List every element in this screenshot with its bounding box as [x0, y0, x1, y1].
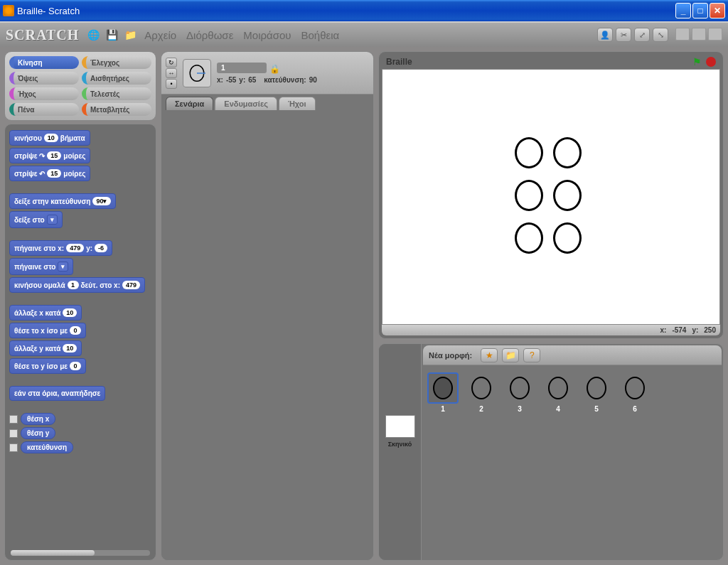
lock-icon[interactable]: 🔒 — [269, 64, 280, 74]
open-icon[interactable]: 📁 — [123, 28, 137, 42]
category-sensing[interactable]: Αισθητήρες — [82, 72, 151, 85]
project-title: Braille — [386, 57, 692, 67]
reporter-direction[interactable]: κατεύθυνση — [9, 441, 151, 453]
surprise-sprite-icon[interactable]: ? — [523, 348, 540, 362]
sprite-info-header: ↻ ↔ • 1 🔒 x:-55 y:65 κατεύθυνση:90 — [161, 52, 373, 95]
sprite-list: 1 2 3 4 5 6 — [422, 367, 723, 560]
block-goto-xy[interactable]: πήγαινε στο x:479y:-6 — [9, 240, 112, 256]
menu-help[interactable]: Βοήθεια — [301, 29, 340, 41]
stage-thumbnail[interactable] — [385, 415, 415, 438]
scripts-area[interactable] — [161, 110, 373, 560]
minimize-button[interactable]: _ — [675, 3, 691, 18]
new-sprite-label: Νέα μορφή: — [429, 351, 472, 360]
category-sound[interactable]: Ήχος — [9, 87, 79, 100]
tab-sounds[interactable]: Ήχοι — [279, 97, 316, 110]
sprite-name-input[interactable]: 1 — [217, 63, 267, 73]
sprite-item-6[interactable]: 6 — [619, 372, 651, 413]
window-title: Braille- Scratch — [17, 6, 675, 16]
block-set-y[interactable]: θέσε το y ίσο με0 — [9, 358, 86, 374]
category-motion[interactable]: Κίνηση — [9, 56, 79, 69]
close-button[interactable]: ✕ — [710, 3, 725, 18]
category-variables[interactable]: Μεταβλητές — [82, 103, 151, 116]
grow-tool-icon[interactable]: ⤢ — [634, 28, 650, 42]
maximize-button[interactable]: □ — [692, 3, 708, 18]
sprite-item-1[interactable]: 1 — [427, 372, 459, 413]
tab-costumes[interactable]: Ενδυμασίες — [215, 97, 277, 110]
paint-new-sprite-icon[interactable]: ★ — [481, 348, 498, 362]
editor-tabs: Σενάρια Ενδυμασίες Ήχοι — [161, 95, 373, 110]
stamp-tool-icon[interactable]: 👤 — [597, 28, 613, 42]
sprite-item-2[interactable]: 2 — [466, 372, 497, 413]
blocks-palette: κινήσου10βήματα στρίψε ↷15μοίρες στρίψε … — [4, 124, 156, 561]
block-point-direction[interactable]: δείξε στην κατεύθυνση90▾ — [9, 193, 116, 209]
reporter-y-position[interactable]: θέση y — [9, 427, 151, 439]
shrink-tool-icon[interactable]: ⤡ — [653, 28, 668, 42]
stop-icon[interactable] — [706, 57, 716, 67]
category-operators[interactable]: Τελεστές — [82, 87, 151, 100]
block-point-towards[interactable]: δείξε στο▾ — [9, 211, 63, 228]
rotation-full-icon[interactable]: ↻ — [166, 58, 177, 68]
block-change-y[interactable]: άλλαξε y κατά10 — [9, 340, 82, 356]
window-titlebar: Braille- Scratch _ □ ✕ — [0, 0, 728, 21]
sprite-item-4[interactable]: 4 — [542, 372, 574, 413]
save-icon[interactable]: 💾 — [105, 28, 119, 42]
rotation-none-icon[interactable]: • — [166, 79, 177, 89]
rotation-flip-icon[interactable]: ↔ — [166, 68, 177, 78]
category-control[interactable]: Έλεγχος — [82, 56, 151, 69]
stage-container: Braille ⚑ x:-574 y:250 — [378, 51, 724, 339]
stage[interactable] — [382, 69, 720, 325]
palette-scrollbar[interactable] — [11, 550, 150, 556]
stage-content — [515, 137, 587, 257]
sprite-item-3[interactable]: 3 — [504, 372, 535, 413]
app-icon — [3, 5, 14, 16]
menu-share[interactable]: Μοιράσου — [243, 29, 291, 41]
block-categories: Κίνηση Έλεγχος Όψεις Αισθητήρες Ήχος Τελ… — [4, 51, 156, 121]
category-pen[interactable]: Πένα — [9, 103, 79, 116]
menu-edit[interactable]: Διόρθωσε — [186, 29, 233, 41]
sprite-item-5[interactable]: 5 — [581, 372, 612, 413]
sprites-panel: Σκηνικό Νέα μορφή: ★ 📁 ? 1 2 3 4 5 6 — [378, 343, 724, 561]
block-turn-ccw[interactable]: στρίψε ↶15μοίρες — [9, 166, 90, 181]
mouse-coordinates: x:-574 y:250 — [382, 325, 720, 335]
block-if-edge-bounce[interactable]: εάν στα όρια, αναπήδησε — [9, 386, 105, 401]
block-glide[interactable]: κινήσου ομαλά1δεύτ. στο x:479 — [9, 277, 145, 293]
block-goto[interactable]: πήγαινε στο▾ — [9, 258, 73, 275]
choose-sprite-file-icon[interactable]: 📁 — [502, 348, 519, 362]
block-move-steps[interactable]: κινήσου10βήματα — [9, 130, 90, 146]
block-turn-cw[interactable]: στρίψε ↷15μοίρες — [9, 148, 90, 163]
tab-scripts[interactable]: Σενάρια — [166, 97, 213, 110]
cut-tool-icon[interactable]: ✂ — [616, 28, 631, 42]
main-toolbar: SCRATCH 🌐 💾 📁 Αρχείο Διόρθωσε Μοιράσου Β… — [0, 21, 728, 47]
reporter-x-position[interactable]: θέση x — [9, 413, 151, 425]
block-set-x[interactable]: θέσε το x ίσο με0 — [9, 323, 86, 338]
current-sprite-thumbnail — [183, 59, 211, 87]
green-flag-icon[interactable]: ⚑ — [692, 56, 702, 68]
block-change-x[interactable]: άλλαξε x κατά10 — [9, 305, 82, 321]
scratch-logo: SCRATCH — [6, 27, 79, 43]
view-small-stage-icon[interactable] — [675, 28, 690, 41]
view-normal-stage-icon[interactable] — [692, 28, 706, 41]
stage-thumbnail-label: Σκηνικό — [388, 441, 412, 448]
category-looks[interactable]: Όψεις — [9, 72, 79, 85]
menu-file[interactable]: Αρχείο — [144, 29, 176, 41]
view-present-icon[interactable] — [708, 28, 722, 41]
language-icon[interactable]: 🌐 — [86, 28, 100, 42]
